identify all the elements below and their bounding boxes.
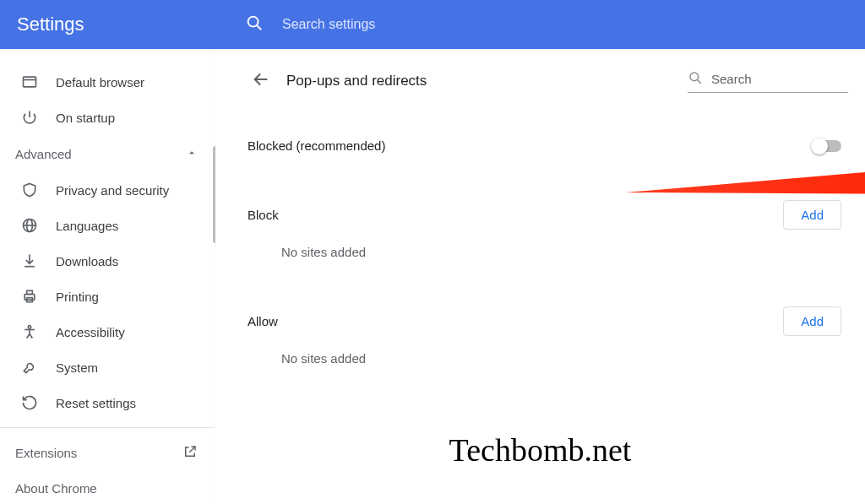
page-title: Pop-ups and redirects	[286, 73, 427, 89]
main-content: Pop-ups and redirects Search Blocked (re…	[215, 49, 865, 504]
sidebar-item-on-startup[interactable]: On startup	[0, 100, 215, 135]
sidebar-item-label: Extensions	[15, 446, 77, 460]
sidebar-item-label: Accessibility	[56, 325, 125, 339]
header-bar: Settings Search settings	[0, 0, 865, 49]
sidebar-section-advanced[interactable]: Advanced	[0, 135, 215, 172]
allow-section-row: Allow Add	[248, 306, 848, 336]
svg-rect-9	[27, 290, 33, 294]
svg-line-14	[698, 79, 701, 83]
global-search-placeholder: Search settings	[282, 17, 375, 32]
sidebar-item-label: Printing	[56, 290, 99, 304]
svg-line-1	[257, 25, 261, 30]
allow-section-title: Allow	[248, 314, 278, 328]
sidebar-item-label: Languages	[56, 219, 118, 233]
sidebar-item-label: Default browser	[56, 75, 144, 89]
sidebar: Default browser On startup Advanced Priv…	[0, 49, 215, 504]
block-add-button[interactable]: Add	[783, 200, 841, 230]
sidebar-item-about[interactable]: About Chrome	[0, 470, 215, 504]
blocked-toggle[interactable]	[813, 140, 841, 152]
sidebar-item-label: Downloads	[56, 254, 118, 268]
svg-rect-2	[24, 77, 36, 87]
sidebar-item-extensions[interactable]: Extensions	[0, 435, 215, 470]
toggle-knob	[811, 138, 828, 154]
search-icon	[245, 14, 264, 35]
divider	[0, 427, 215, 428]
global-search[interactable]: Search settings	[215, 14, 865, 35]
content-header: Pop-ups and redirects Search	[248, 64, 848, 98]
reset-icon	[20, 394, 39, 411]
globe-icon	[20, 217, 39, 234]
sidebar-item-accessibility[interactable]: Accessibility	[0, 314, 215, 350]
watermark-text: Techbomb.net	[449, 431, 632, 469]
block-empty-text: No sites added	[281, 245, 848, 259]
content-search-placeholder: Search	[711, 72, 752, 86]
download-icon	[20, 252, 39, 269]
sidebar-item-downloads[interactable]: Downloads	[0, 243, 215, 279]
svg-point-11	[28, 326, 30, 328]
block-section-row: Block Add	[248, 200, 848, 230]
sidebar-item-label: On startup	[56, 111, 115, 125]
back-button[interactable]	[248, 68, 275, 95]
app-title: Settings	[0, 14, 215, 35]
chevron-up-icon	[186, 147, 198, 161]
browser-window-icon	[20, 73, 39, 90]
sidebar-item-printing[interactable]: Printing	[0, 279, 215, 314]
allow-add-button[interactable]: Add	[783, 306, 841, 336]
blocked-toggle-row: Blocked (recommended)	[248, 138, 848, 153]
sidebar-item-reset[interactable]: Reset settings	[0, 385, 215, 420]
blocked-label: Blocked (recommended)	[248, 138, 385, 153]
sidebar-item-languages[interactable]: Languages	[0, 208, 215, 243]
power-icon	[20, 109, 39, 126]
content-search[interactable]: Search	[688, 70, 848, 93]
svg-point-0	[248, 17, 258, 27]
sidebar-item-system[interactable]: System	[0, 350, 215, 385]
sidebar-item-privacy-security[interactable]: Privacy and security	[0, 172, 215, 208]
section-label: Advanced	[15, 147, 72, 161]
wrench-icon	[20, 359, 39, 376]
shield-icon	[20, 182, 39, 198]
sidebar-item-default-browser[interactable]: Default browser	[0, 64, 215, 100]
sidebar-item-label: Privacy and security	[56, 183, 169, 198]
svg-point-13	[690, 73, 699, 81]
accessibility-icon	[20, 323, 39, 340]
block-section-title: Block	[248, 208, 279, 222]
sidebar-item-label: Reset settings	[56, 396, 136, 410]
printer-icon	[20, 288, 39, 305]
search-icon	[688, 70, 703, 89]
allow-empty-text: No sites added	[281, 351, 848, 366]
sidebar-item-label: System	[56, 360, 98, 375]
external-link-icon	[182, 444, 198, 462]
sidebar-item-label: About Chrome	[15, 481, 97, 496]
arrow-left-icon	[252, 70, 270, 92]
